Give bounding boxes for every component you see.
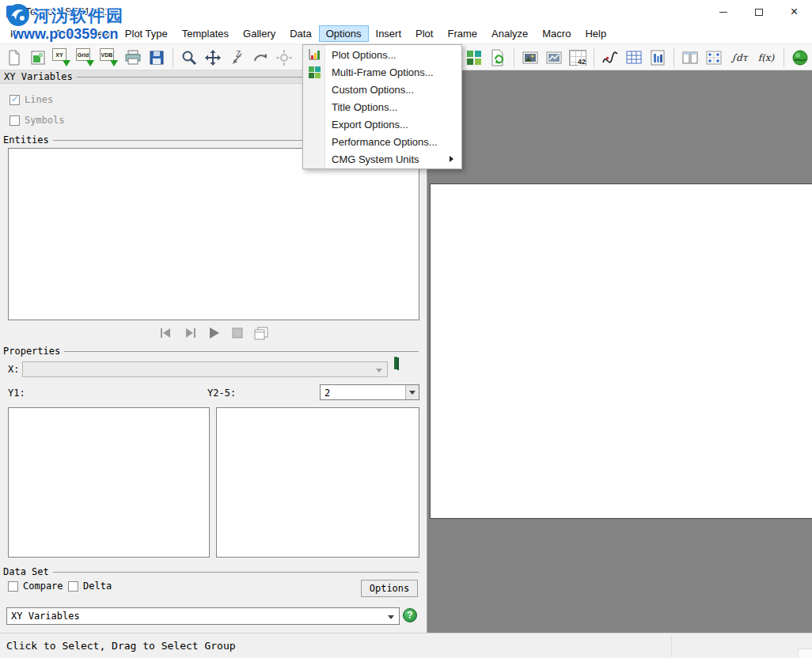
y2-5-value: 2 [321, 385, 419, 401]
y1-label: Y1: [8, 385, 25, 401]
snapshot-button[interactable] [543, 47, 565, 68]
load-xy-data-button[interactable]: XY [51, 47, 73, 68]
green-down-arrow-icon [110, 60, 118, 66]
plot-frame[interactable] [430, 183, 812, 519]
rotate-z-button[interactable]: Z [226, 47, 248, 68]
pan-button[interactable] [202, 47, 224, 68]
compare-checkbox[interactable] [8, 581, 18, 592]
menu-macro[interactable]: Macro [535, 25, 578, 42]
multi-frame-icon [467, 51, 481, 65]
menu-item-export-options[interactable]: Export Options... [303, 115, 461, 133]
app-window: Tecplot RS 2019 R1 × Project Edit View P… [0, 0, 812, 658]
menu-frame[interactable]: Frame [440, 25, 484, 42]
help-button[interactable]: ? [403, 608, 417, 622]
green-globe-icon [791, 49, 809, 66]
delta-checkbox[interactable] [68, 581, 78, 592]
print-button[interactable] [122, 47, 144, 68]
rotate-view-button[interactable] [249, 47, 271, 68]
frames-icon [253, 326, 269, 340]
menu-data[interactable]: Data [283, 25, 318, 42]
integral-icon: ∫dτ [731, 52, 748, 63]
animation-controls [0, 323, 427, 342]
y1-variables-listbox[interactable] [8, 407, 210, 558]
menu-view[interactable]: View [82, 25, 118, 42]
menu-insert[interactable]: Insert [369, 25, 409, 42]
maximize-button[interactable] [741, 0, 776, 24]
y2-5-combobox[interactable]: 2 [320, 384, 419, 400]
stop-button[interactable] [229, 324, 246, 342]
symbols-checkbox[interactable] [9, 115, 20, 126]
magnifier-icon [180, 49, 198, 66]
world-view-button[interactable] [789, 47, 811, 68]
properties-header: Properties [3, 346, 419, 357]
lines-checkbox[interactable] [9, 95, 20, 105]
table-button[interactable] [623, 47, 645, 68]
lighting-button[interactable] [273, 47, 295, 68]
sun-icon [275, 49, 293, 66]
menu-item-title-options[interactable]: Title Options... [303, 98, 461, 115]
toolbar-separator [594, 48, 594, 67]
dataset-options-button[interactable]: Options [361, 580, 418, 597]
symbols-label: Symbols [25, 115, 65, 126]
equations-button[interactable]: f(x) [753, 47, 779, 68]
menu-plot[interactable]: Plot [408, 25, 440, 42]
x-variable-combobox[interactable] [22, 361, 388, 377]
dataset-header: Data Set [3, 566, 419, 577]
save-button[interactable] [146, 47, 168, 68]
dataset-label: Data Set [3, 566, 49, 577]
menu-item-plot-options[interactable]: Plot Options... [303, 46, 461, 63]
load-vdb-data-button[interactable]: VDB [98, 47, 120, 68]
resize-grip[interactable] [798, 649, 812, 658]
combo-dropdown-button[interactable] [405, 385, 419, 399]
menu-plot-type[interactable]: Plot Type [118, 25, 175, 42]
image-chart-icon [545, 50, 563, 66]
play-button[interactable] [205, 324, 222, 342]
panel-title-label: XY Variables [4, 71, 73, 82]
menu-options[interactable]: Options [319, 25, 369, 42]
menu-gallery[interactable]: Gallery [236, 25, 283, 42]
panel-mode-combobox[interactable]: XY Variables [6, 607, 400, 625]
menu-item-multi-frame-options[interactable]: Multi-Frame Options... [303, 63, 461, 81]
minimize-button[interactable] [705, 0, 741, 24]
question-mark-icon: ? [407, 610, 412, 621]
step-forward-icon [183, 327, 197, 339]
menu-templates[interactable]: Templates [175, 25, 236, 42]
rotate-arrow-icon [252, 49, 269, 66]
step-back-button[interactable] [157, 324, 175, 342]
new-file-icon [6, 49, 23, 66]
open-layout-icon [29, 49, 47, 66]
open-layout-button[interactable] [27, 47, 49, 68]
plot-options-icon [307, 47, 321, 62]
y2-variables-listbox[interactable] [216, 407, 419, 558]
entities-listbox[interactable] [8, 148, 419, 320]
grid-points-button[interactable] [703, 47, 725, 68]
menu-item-custom-options[interactable]: Custom Options... [303, 81, 461, 98]
new-file-button[interactable] [3, 47, 25, 68]
menu-edit[interactable]: Edit [49, 25, 81, 42]
status-divider [671, 635, 672, 656]
rotate-z-icon: Z [228, 49, 245, 66]
close-button[interactable]: × [776, 0, 812, 24]
split-frames-button[interactable] [679, 47, 701, 68]
menu-item-performance-options[interactable]: Performance Options... [303, 133, 461, 150]
menu-project[interactable]: Project [3, 25, 49, 42]
report-button[interactable] [647, 47, 669, 68]
menu-item-cmg-system-units[interactable]: CMG System Units [303, 150, 461, 168]
window-title: Tecplot RS 2019 R1 [25, 6, 110, 17]
export-image-button[interactable] [519, 47, 541, 68]
refresh-frame-button[interactable] [487, 47, 509, 68]
quick-curve-button[interactable] [599, 47, 621, 68]
vdb-data-icon: VDB [100, 48, 119, 66]
animation-frames-button[interactable] [252, 324, 270, 342]
load-grid-data-button[interactable]: Grid [74, 47, 97, 68]
zoom-button[interactable] [178, 47, 200, 68]
green-down-arrow-icon [86, 60, 94, 66]
integrate-button[interactable]: ∫dτ [727, 47, 752, 68]
step-forward-button[interactable] [181, 324, 199, 342]
axis-lock-toggle[interactable] [394, 358, 408, 377]
chevron-down-icon [376, 369, 382, 372]
multi-frame-button[interactable] [463, 47, 485, 68]
menu-help[interactable]: Help [578, 25, 613, 42]
grid-42-button[interactable]: 42 [567, 47, 589, 68]
menu-analyze[interactable]: Analyze [484, 25, 535, 42]
